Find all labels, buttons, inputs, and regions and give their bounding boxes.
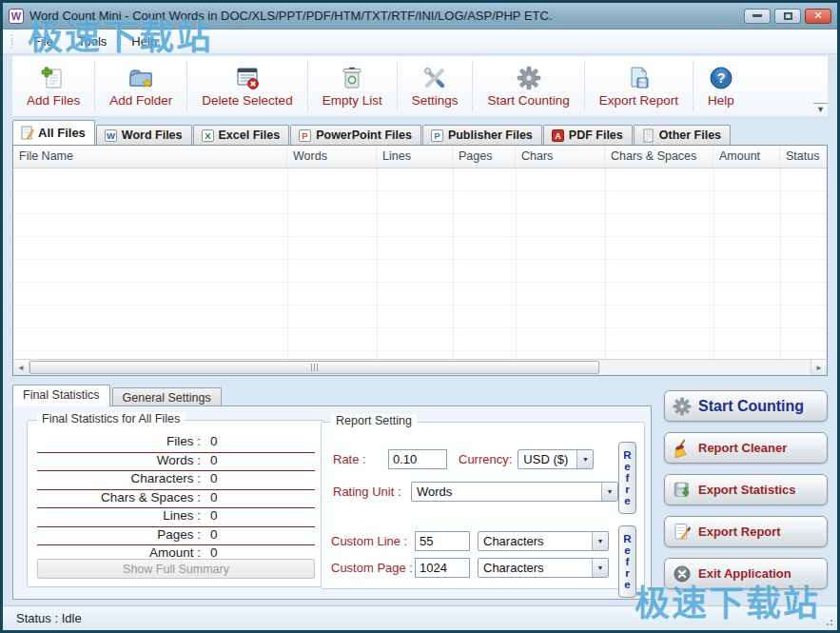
refresh-custom-button[interactable]: Refre <box>618 525 636 598</box>
refresh-rate-button[interactable]: Refre <box>618 442 636 514</box>
rate-label: Rate : <box>333 452 388 466</box>
gear-icon <box>673 397 692 416</box>
stat-label: Words : <box>37 453 201 467</box>
gear-icon <box>517 66 541 90</box>
tab-word-files[interactable]: W Word Files <box>96 125 192 145</box>
report-cleaner-label: Report Cleaner <box>698 441 787 455</box>
tab-all-files[interactable]: All Files <box>12 120 95 145</box>
menu-file[interactable]: File <box>22 31 65 51</box>
column-pages[interactable]: Pages <box>453 146 516 168</box>
custom-page-unit-select[interactable]: Characters ▼ <box>478 558 609 578</box>
scroll-right-button[interactable]: ► <box>811 360 827 375</box>
help-icon: ? <box>709 66 733 90</box>
custom-page-input[interactable] <box>415 558 470 578</box>
stat-row-chars-spaces: Chars & Spaces : 0 <box>37 490 315 509</box>
menu-tools[interactable]: Tools <box>67 31 118 51</box>
tab-powerpoint-files-label: PowerPoint Files <box>316 129 412 142</box>
export-report-toolbar-button[interactable]: Export Report <box>585 56 693 116</box>
tab-excel-files[interactable]: X Excel Files <box>193 125 290 145</box>
column-status[interactable]: Status <box>780 146 827 168</box>
minimize-button[interactable] <box>744 9 771 24</box>
stat-value: 0 <box>210 545 218 560</box>
add-files-icon <box>41 66 66 90</box>
tab-final-statistics[interactable]: Final Statistics <box>12 385 110 406</box>
help-button[interactable]: ? Help <box>693 56 749 116</box>
empty-list-icon <box>340 66 364 90</box>
close-button[interactable]: ✕ <box>805 9 831 24</box>
table-column-gridline <box>287 168 288 359</box>
settings-button[interactable]: Settings <box>398 56 473 116</box>
add-folder-label: Add Folder <box>109 93 172 108</box>
svg-text:W: W <box>107 130 115 141</box>
stat-value: 0 <box>210 471 218 485</box>
stat-value: 0 <box>210 508 218 523</box>
svg-text:A: A <box>555 130 560 140</box>
start-counting-label: Start Counting <box>698 398 804 415</box>
stat-value: 0 <box>210 434 218 448</box>
exit-application-button[interactable]: Exit Application <box>664 558 828 589</box>
settings-label: Settings <box>412 93 459 108</box>
maximize-icon <box>784 12 792 20</box>
tab-publisher-files-label: Publisher Files <box>448 129 533 142</box>
scrollbar-thumb[interactable] <box>29 361 599 374</box>
rating-unit-select[interactable]: Words ▼ <box>411 482 618 502</box>
column-file-name[interactable]: File Name <box>13 146 287 168</box>
menu-help[interactable]: Help <box>120 31 168 51</box>
report-setting-group-title: Report Setting <box>331 414 417 427</box>
tab-pdf-files[interactable]: A PDF Files <box>543 125 633 145</box>
resize-grip[interactable] <box>824 617 833 626</box>
stat-value: 0 <box>210 490 218 504</box>
custom-line-input[interactable] <box>415 531 470 551</box>
tab-powerpoint-files[interactable]: P PowerPoint Files <box>290 125 421 145</box>
pdf-icon: A <box>551 129 565 143</box>
stat-label: Chars & Spaces : <box>37 490 201 504</box>
show-full-summary-button[interactable]: Show Full Summary <box>37 559 315 579</box>
tab-all-files-label: All Files <box>38 126 86 140</box>
window-title: Word Count Mini - Count Words in DOC/XLS… <box>29 9 744 23</box>
column-words[interactable]: Words <box>287 146 377 168</box>
file-tabs: All Files W Word Files X Excel Files <box>12 120 828 145</box>
stat-value: 0 <box>210 527 218 542</box>
chevron-down-icon: ▼ <box>576 450 593 468</box>
export-statistics-button[interactable]: Export Statistics <box>664 474 828 505</box>
add-folder-button[interactable]: Add Folder <box>95 56 186 116</box>
exit-application-label: Exit Application <box>698 566 791 581</box>
column-lines[interactable]: Lines <box>377 146 453 168</box>
app-window: W Word Count Mini - Count Words in DOC/X… <box>0 0 840 633</box>
empty-list-button[interactable]: Empty List <box>308 56 397 116</box>
export-report-icon <box>626 66 651 90</box>
tab-general-settings[interactable]: General Settings <box>112 387 222 406</box>
export-report-button[interactable]: Export Report <box>664 516 828 547</box>
add-files-button[interactable]: Add Files <box>12 56 94 116</box>
currency-label: Currency: <box>459 452 512 466</box>
status-bar: Status : Idle <box>3 605 837 630</box>
column-chars-spaces[interactable]: Chars & Spaces <box>605 146 713 168</box>
stat-label: Files : <box>37 434 201 448</box>
currency-select[interactable]: USD ($) ▼ <box>518 449 594 469</box>
custom-line-unit-select[interactable]: Characters ▼ <box>478 531 609 551</box>
start-counting-button[interactable]: Start Counting <box>664 390 828 422</box>
tab-other-files[interactable]: Other Files <box>634 125 731 145</box>
start-counting-toolbar-label: Start Counting <box>487 93 569 108</box>
tab-pdf-files-label: PDF Files <box>569 129 623 142</box>
menu-bar: ⋮⋮ File Tools Help <box>3 30 837 54</box>
all-files-icon <box>20 126 34 140</box>
column-chars[interactable]: Chars <box>516 146 605 168</box>
start-counting-toolbar-button[interactable]: Start Counting <box>473 56 583 116</box>
title-bar: W Word Count Mini - Count Words in DOC/X… <box>3 3 837 30</box>
toolbar-overflow-button[interactable]: ▼ <box>813 103 828 116</box>
scroll-left-button[interactable]: ◄ <box>13 360 29 375</box>
table-column-gridline <box>453 168 454 359</box>
rate-input[interactable] <box>388 449 447 469</box>
report-cleaner-button[interactable]: Report Cleaner <box>664 432 828 464</box>
delete-selected-button[interactable]: Delete Selected <box>187 56 306 116</box>
tab-publisher-files[interactable]: P Publisher Files <box>422 125 542 145</box>
maximize-button[interactable] <box>774 9 801 24</box>
chevron-down-icon: ▼ <box>592 532 608 550</box>
table-column-gridline <box>605 168 606 359</box>
table-column-gridline <box>780 168 781 359</box>
add-folder-icon <box>128 66 153 90</box>
excel-icon: X <box>201 129 215 143</box>
column-amount[interactable]: Amount <box>713 146 780 168</box>
custom-line-unit-value: Characters <box>479 532 592 550</box>
